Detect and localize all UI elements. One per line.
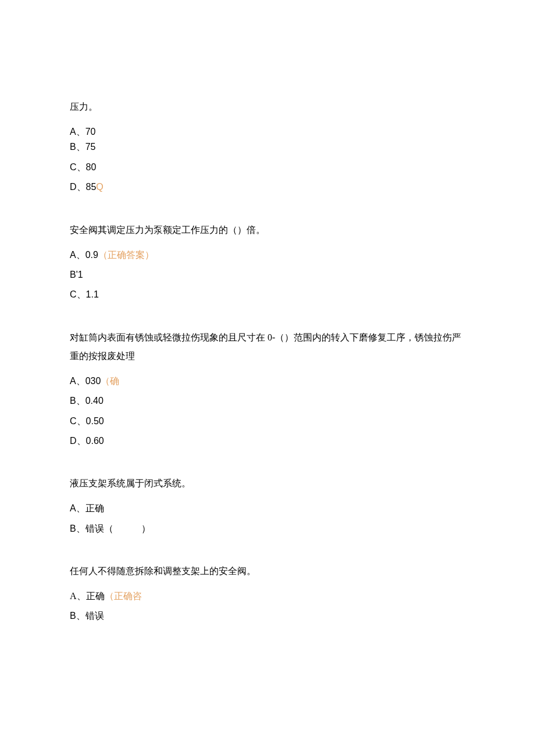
option-a-text: A、0.9	[70, 250, 98, 260]
question-4: 液压支架系统属于闭式系统。 A、正确 B、错误（ ）	[70, 474, 465, 535]
option-d-accent: Q	[96, 182, 103, 192]
option-c: C、80	[70, 161, 465, 174]
question-stem: 液压支架系统属于闭式系统。	[70, 474, 465, 493]
question-5: 任何人不得随意拆除和调整支架上的安全阀。 A、正确（正确咨 B、错误	[70, 562, 465, 623]
question-stem: 安全阀其调定压力为泵额定工作压力的（）倍。	[70, 221, 465, 239]
option-a-accent: （确	[101, 376, 119, 386]
option-a-accent: （正确咨	[105, 591, 142, 601]
option-b: B、错误	[70, 610, 465, 622]
option-b: B、0.40	[70, 395, 465, 407]
option-a-text: A、030	[70, 376, 101, 386]
question-stem: 对缸筒内表面有锈蚀或轻微拉伤现象的且尺寸在 0-（）范围内的转入下磨修复工序，锈…	[70, 328, 465, 366]
option-a-accent: （正确答案）	[98, 250, 154, 260]
question-3: 对缸筒内表面有锈蚀或轻微拉伤现象的且尺寸在 0-（）范围内的转入下磨修复工序，锈…	[70, 328, 465, 448]
question-stem: 压力。	[70, 98, 465, 116]
question-2: 安全阀其调定压力为泵额定工作压力的（）倍。 A、0.9（正确答案） B'1 C、…	[70, 221, 465, 302]
option-a: A、正确	[70, 502, 465, 515]
document-page: 压力。 A、70 B、75 C、80 D、85Q 安全阀其调定压力为泵额定工作压…	[0, 0, 535, 756]
option-b: B'1	[70, 268, 465, 281]
option-a: A、正确（正确咨	[70, 590, 465, 603]
question-stem: 任何人不得随意拆除和调整支架上的安全阀。	[70, 562, 465, 581]
option-a-text: A、正确	[70, 591, 105, 601]
option-d-text: D、85	[70, 182, 96, 192]
option-d: D、0.60	[70, 435, 465, 447]
option-a: A、0.9（正确答案）	[70, 249, 465, 261]
option-d: D、85Q	[70, 181, 465, 194]
option-a: A、70	[70, 126, 465, 138]
option-b: B、75	[70, 141, 465, 153]
option-a: A、030（确	[70, 375, 465, 388]
option-b: B、错误（ ）	[70, 522, 465, 535]
option-c: C、1.1	[70, 288, 465, 301]
question-1: 压力。 A、70 B、75 C、80 D、85Q	[70, 98, 465, 194]
option-c: C、0.50	[70, 415, 465, 428]
